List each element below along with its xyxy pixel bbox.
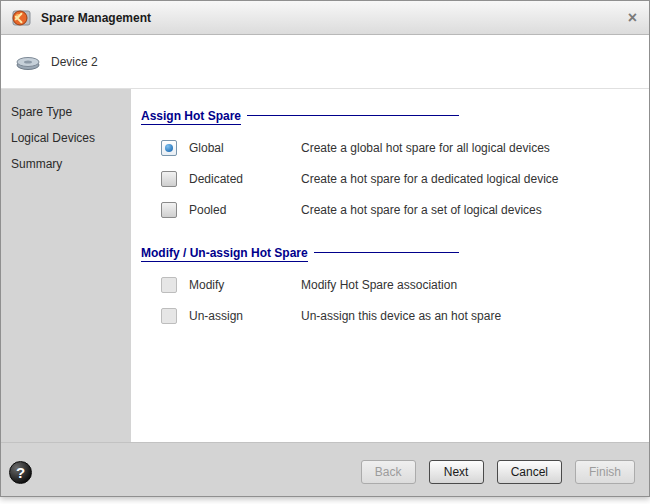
tools-icon	[11, 7, 33, 29]
dialog-footer: ? Back Next Cancel Finish	[1, 442, 649, 496]
dialog-titlebar: Spare Management ×	[1, 1, 649, 35]
dialog-title: Spare Management	[41, 11, 151, 25]
help-icon[interactable]: ?	[9, 461, 32, 484]
option-row-modify: Modify Modify Hot Spare association	[141, 277, 635, 293]
sidebar-item-spare-type[interactable]: Spare Type	[1, 99, 131, 125]
sidebar-item-summary[interactable]: Summary	[1, 151, 131, 177]
main-content: Assign Hot Spare Global Create a global …	[131, 89, 649, 442]
section-rule	[314, 252, 459, 253]
modify-option-checkbox	[161, 277, 177, 293]
section-title: Modify / Un-assign Hot Spare	[141, 246, 308, 262]
sidebar-item-logical-devices[interactable]: Logical Devices	[1, 125, 131, 151]
section-title: Assign Hot Spare	[141, 109, 241, 125]
dedicated-option-checkbox[interactable]	[161, 171, 177, 187]
option-row-unassign: Un-assign Un-assign this device as an ho…	[141, 308, 635, 324]
cancel-button[interactable]: Cancel	[497, 460, 562, 484]
back-button: Back	[361, 460, 416, 484]
option-row-dedicated: Dedicated Create a hot spare for a dedic…	[141, 171, 635, 187]
option-label: Dedicated	[189, 172, 301, 186]
unassign-option-checkbox	[161, 308, 177, 324]
device-label: Device 2	[51, 55, 98, 69]
device-icon	[15, 52, 43, 72]
option-row-pooled: Pooled Create a hot spare for a set of l…	[141, 202, 635, 218]
pooled-option-checkbox[interactable]	[161, 202, 177, 218]
close-icon[interactable]: ×	[626, 10, 639, 26]
wizard-steps-sidebar: Spare Type Logical Devices Summary	[1, 89, 131, 442]
option-description: Modify Hot Spare association	[301, 278, 457, 292]
option-label: Modify	[189, 278, 301, 292]
global-option-checkbox[interactable]	[161, 140, 177, 156]
option-description: Create a hot spare for a dedicated logic…	[301, 172, 559, 186]
device-header: Device 2	[1, 35, 649, 89]
option-label: Un-assign	[189, 309, 301, 323]
modify-unassign-section-header: Modify / Un-assign Hot Spare	[141, 246, 459, 262]
option-label: Pooled	[189, 203, 301, 217]
option-label: Global	[189, 141, 301, 155]
option-description: Create a global hot spare for all logica…	[301, 141, 550, 155]
next-button[interactable]: Next	[429, 460, 484, 484]
section-rule	[247, 115, 459, 116]
option-row-global: Global Create a global hot spare for all…	[141, 140, 635, 156]
dialog-body: Spare Type Logical Devices Summary Assig…	[1, 89, 649, 442]
spare-management-dialog: Spare Management × Device 2 Spare Type L…	[0, 0, 650, 497]
option-description: Create a hot spare for a set of logical …	[301, 203, 542, 217]
finish-button: Finish	[575, 460, 635, 484]
option-description: Un-assign this device as an hot spare	[301, 309, 501, 323]
assign-hot-spare-section-header: Assign Hot Spare	[141, 109, 459, 125]
